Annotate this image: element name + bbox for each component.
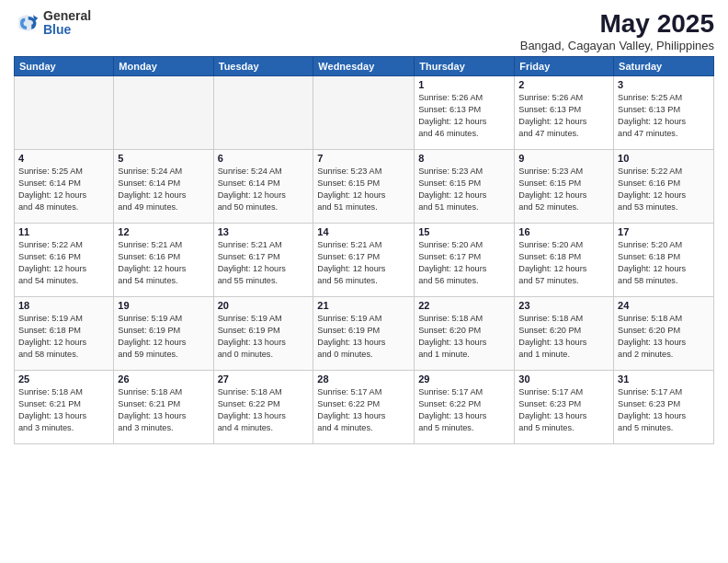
day-number: 18: [18, 300, 109, 311]
day-info: Sunrise: 5:18 AMSunset: 6:20 PMDaylight:…: [418, 313, 510, 361]
day-number: 5: [118, 153, 209, 164]
weekday-header-row: SundayMondayTuesdayWednesdayThursdayFrid…: [15, 57, 714, 76]
logo: General Blue: [14, 9, 91, 38]
day-info: Sunrise: 5:17 AMSunset: 6:23 PMDaylight:…: [618, 386, 710, 434]
day-number: 8: [418, 153, 510, 164]
calendar-cell: [15, 76, 114, 150]
day-info: Sunrise: 5:20 AMSunset: 6:18 PMDaylight:…: [618, 239, 710, 287]
calendar-cell: 3Sunrise: 5:25 AMSunset: 6:13 PMDaylight…: [614, 76, 714, 150]
day-number: 12: [118, 226, 209, 237]
day-info: Sunrise: 5:21 AMSunset: 6:17 PMDaylight:…: [317, 239, 410, 287]
day-info: Sunrise: 5:26 AMSunset: 6:13 PMDaylight:…: [518, 92, 609, 140]
logo-icon: [14, 10, 40, 36]
calendar-cell: 2Sunrise: 5:26 AMSunset: 6:13 PMDaylight…: [515, 76, 614, 150]
calendar-cell: 1Sunrise: 5:26 AMSunset: 6:13 PMDaylight…: [415, 76, 515, 150]
day-info: Sunrise: 5:18 AMSunset: 6:20 PMDaylight:…: [618, 313, 710, 361]
day-info: Sunrise: 5:25 AMSunset: 6:14 PMDaylight:…: [18, 166, 109, 213]
calendar-cell: 11Sunrise: 5:22 AMSunset: 6:16 PMDayligh…: [15, 224, 114, 297]
weekday-header-monday: Monday: [114, 57, 213, 76]
day-info: Sunrise: 5:21 AMSunset: 6:16 PMDaylight:…: [118, 239, 209, 287]
calendar-table: SundayMondayTuesdayWednesdayThursdayFrid…: [14, 56, 714, 444]
day-number: 3: [618, 79, 710, 90]
day-number: 21: [317, 300, 410, 311]
day-number: 22: [418, 300, 510, 311]
day-info: Sunrise: 5:22 AMSunset: 6:16 PMDaylight:…: [18, 239, 109, 287]
calendar-cell: 24Sunrise: 5:18 AMSunset: 6:20 PMDayligh…: [614, 297, 714, 371]
day-info: Sunrise: 5:20 AMSunset: 6:17 PMDaylight:…: [418, 239, 510, 287]
day-info: Sunrise: 5:23 AMSunset: 6:15 PMDaylight:…: [418, 166, 510, 213]
calendar-cell: 14Sunrise: 5:21 AMSunset: 6:17 PMDayligh…: [313, 224, 415, 297]
calendar-cell: 6Sunrise: 5:24 AMSunset: 6:14 PMDaylight…: [213, 150, 313, 224]
week-row-1: 1Sunrise: 5:26 AMSunset: 6:13 PMDaylight…: [15, 76, 714, 150]
day-number: 20: [218, 300, 310, 311]
day-number: 7: [317, 153, 410, 164]
calendar-cell: 12Sunrise: 5:21 AMSunset: 6:16 PMDayligh…: [114, 224, 213, 297]
weekday-header-thursday: Thursday: [415, 57, 515, 76]
day-info: Sunrise: 5:25 AMSunset: 6:13 PMDaylight:…: [618, 92, 710, 140]
day-number: 15: [418, 226, 510, 237]
day-info: Sunrise: 5:18 AMSunset: 6:20 PMDaylight:…: [518, 313, 609, 361]
calendar-cell: 19Sunrise: 5:19 AMSunset: 6:19 PMDayligh…: [114, 297, 213, 371]
day-info: Sunrise: 5:17 AMSunset: 6:23 PMDaylight:…: [518, 386, 609, 434]
calendar-cell: 18Sunrise: 5:19 AMSunset: 6:18 PMDayligh…: [15, 297, 114, 371]
subtitle: Bangad, Cagayan Valley, Philippines: [520, 39, 714, 52]
page: General Blue May 2025 Bangad, Cagayan Va…: [0, 0, 728, 563]
day-info: Sunrise: 5:24 AMSunset: 6:14 PMDaylight:…: [218, 166, 310, 213]
day-number: 17: [618, 226, 710, 237]
calendar-cell: 31Sunrise: 5:17 AMSunset: 6:23 PMDayligh…: [614, 371, 714, 444]
day-info: Sunrise: 5:18 AMSunset: 6:21 PMDaylight:…: [118, 386, 209, 434]
week-row-5: 25Sunrise: 5:18 AMSunset: 6:21 PMDayligh…: [15, 371, 714, 444]
day-number: 2: [518, 79, 609, 90]
day-info: Sunrise: 5:18 AMSunset: 6:21 PMDaylight:…: [18, 386, 109, 434]
calendar-cell: [114, 76, 213, 150]
day-info: Sunrise: 5:20 AMSunset: 6:18 PMDaylight:…: [518, 239, 609, 287]
day-info: Sunrise: 5:19 AMSunset: 6:19 PMDaylight:…: [218, 313, 310, 361]
day-number: 26: [118, 373, 209, 385]
day-info: Sunrise: 5:19 AMSunset: 6:19 PMDaylight:…: [317, 313, 410, 361]
day-info: Sunrise: 5:19 AMSunset: 6:19 PMDaylight:…: [118, 313, 209, 361]
logo-general-text: General: [43, 9, 91, 23]
day-number: 14: [317, 226, 410, 237]
calendar-cell: 9Sunrise: 5:23 AMSunset: 6:15 PMDaylight…: [515, 150, 614, 224]
day-number: 11: [18, 226, 109, 237]
week-row-2: 4Sunrise: 5:25 AMSunset: 6:14 PMDaylight…: [15, 150, 714, 224]
calendar-cell: [213, 76, 313, 150]
calendar-cell: 21Sunrise: 5:19 AMSunset: 6:19 PMDayligh…: [313, 297, 415, 371]
day-number: 1: [418, 79, 510, 90]
day-number: 31: [618, 373, 710, 385]
day-info: Sunrise: 5:24 AMSunset: 6:14 PMDaylight:…: [118, 166, 209, 213]
day-number: 28: [317, 373, 410, 385]
title-block: May 2025 Bangad, Cagayan Valley, Philipp…: [520, 9, 714, 52]
day-number: 9: [518, 153, 609, 164]
main-title: May 2025: [520, 9, 714, 39]
day-number: 13: [218, 226, 310, 237]
calendar-cell: 23Sunrise: 5:18 AMSunset: 6:20 PMDayligh…: [515, 297, 614, 371]
day-number: 25: [18, 373, 109, 385]
header: General Blue May 2025 Bangad, Cagayan Va…: [14, 9, 714, 52]
day-info: Sunrise: 5:23 AMSunset: 6:15 PMDaylight:…: [518, 166, 609, 213]
calendar-cell: 29Sunrise: 5:17 AMSunset: 6:22 PMDayligh…: [415, 371, 515, 444]
day-number: 29: [418, 373, 510, 385]
day-number: 27: [218, 373, 310, 385]
calendar-cell: 25Sunrise: 5:18 AMSunset: 6:21 PMDayligh…: [15, 371, 114, 444]
calendar-cell: 8Sunrise: 5:23 AMSunset: 6:15 PMDaylight…: [415, 150, 515, 224]
calendar-cell: 13Sunrise: 5:21 AMSunset: 6:17 PMDayligh…: [213, 224, 313, 297]
day-number: 30: [518, 373, 609, 385]
day-number: 10: [618, 153, 710, 164]
day-info: Sunrise: 5:19 AMSunset: 6:18 PMDaylight:…: [18, 313, 109, 361]
calendar-cell: 15Sunrise: 5:20 AMSunset: 6:17 PMDayligh…: [415, 224, 515, 297]
calendar-cell: 28Sunrise: 5:17 AMSunset: 6:22 PMDayligh…: [313, 371, 415, 444]
calendar-cell: 16Sunrise: 5:20 AMSunset: 6:18 PMDayligh…: [515, 224, 614, 297]
calendar-cell: [313, 76, 415, 150]
logo-blue-text: Blue: [43, 23, 91, 37]
week-row-4: 18Sunrise: 5:19 AMSunset: 6:18 PMDayligh…: [15, 297, 714, 371]
day-info: Sunrise: 5:26 AMSunset: 6:13 PMDaylight:…: [418, 92, 510, 140]
day-info: Sunrise: 5:17 AMSunset: 6:22 PMDaylight:…: [418, 386, 510, 434]
weekday-header-wednesday: Wednesday: [313, 57, 415, 76]
calendar-cell: 17Sunrise: 5:20 AMSunset: 6:18 PMDayligh…: [614, 224, 714, 297]
day-number: 6: [218, 153, 310, 164]
day-number: 23: [518, 300, 609, 311]
calendar-cell: 26Sunrise: 5:18 AMSunset: 6:21 PMDayligh…: [114, 371, 213, 444]
calendar-cell: 4Sunrise: 5:25 AMSunset: 6:14 PMDaylight…: [15, 150, 114, 224]
weekday-header-tuesday: Tuesday: [213, 57, 313, 76]
